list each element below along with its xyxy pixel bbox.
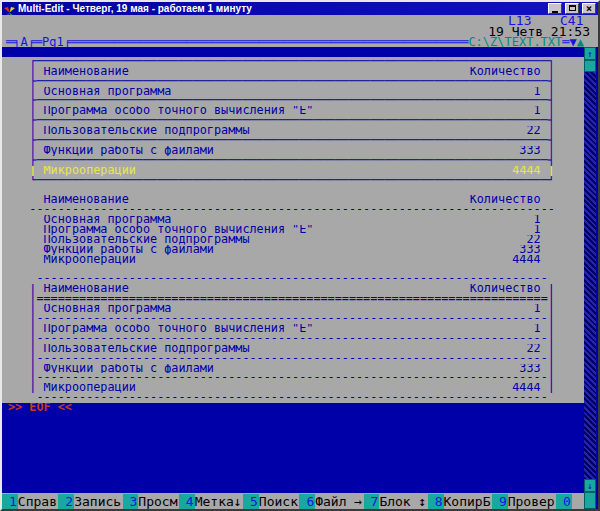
editor-line: ┌───────────────────────────────────────… <box>2 57 586 67</box>
editor-main: ┌───────────────────────────────────────… <box>2 47 598 509</box>
fkey-number: 8 <box>428 494 444 509</box>
editor-line: |---------------------------------------… <box>2 373 586 383</box>
tab-line[interactable]: ═╕A╒═Pg1╒═══════════════════════════════… <box>2 37 598 47</box>
fkey-number: 7 <box>364 494 380 509</box>
editor-line <box>2 47 586 57</box>
editor-line: ├───────────────────────────────────────… <box>2 96 586 106</box>
editor-line <box>2 265 586 275</box>
fkey-number: 4 <box>179 494 195 509</box>
fkey-2-button[interactable]: 2Запись <box>58 494 121 509</box>
editor-area[interactable]: ┌───────────────────────────────────────… <box>2 47 586 493</box>
close-button[interactable]: × <box>582 3 596 14</box>
editor-line: │ Микрооперации _ 4444 │ <box>2 166 586 176</box>
fkey-label: КопирБ <box>444 494 491 509</box>
fkey-label: Просм <box>138 494 177 509</box>
editor-line: Микрооперации 4444 <box>2 255 586 265</box>
fkey-0-button[interactable]: 0 <box>556 494 572 509</box>
editor-line: ├───────────────────────────────────────… <box>2 156 586 166</box>
fkey-1-button[interactable]: 1Справ <box>2 494 57 509</box>
fkey-number: 6 <box>299 494 315 509</box>
tab-scroll-down-icon[interactable]: ═▼ <box>562 37 576 47</box>
clock-display: 19 Четв 21:53 <box>488 26 590 37</box>
editor-line: |=======================================… <box>2 294 586 304</box>
fkey-number: 9 <box>492 494 508 509</box>
fkey-number: 5 <box>243 494 259 509</box>
fkey-5-button[interactable]: 5Поиск <box>243 494 298 509</box>
scrollbar-track[interactable] <box>584 72 596 479</box>
editor-line: ├───────────────────────────────────────… <box>2 116 586 126</box>
fkey-3-button[interactable]: 3Просм <box>123 494 178 509</box>
editor-line: |---------------------------------------… <box>2 334 586 344</box>
fkey-label: Поиск <box>259 494 298 509</box>
editor-line: ├───────────────────────────────────────… <box>2 77 586 87</box>
editor-line: │ Наименование Количество │ <box>2 67 586 77</box>
scroll-down-icon[interactable]: ↓ <box>584 479 596 492</box>
scrollbar-thumb[interactable] <box>584 60 596 72</box>
fkey-number: 2 <box>58 494 74 509</box>
editor-line: Пользовательские подпрограммы 22 <box>2 235 586 245</box>
editor-line: Наименование Количество <box>2 195 586 205</box>
function-key-bar: 1Справ2Запись3Просм4Метка↓5Поиск6Файл →7… <box>2 493 586 509</box>
editor-line: >> EOF << <box>2 403 586 413</box>
fkey-8-button[interactable]: 8КопирБ <box>428 494 491 509</box>
fkey-7-button[interactable]: 7Блок ↕ <box>364 494 427 509</box>
fkey-label: Метка↓ <box>195 494 242 509</box>
editor-line: └───────────────────────────────────────… <box>2 176 586 186</box>
editor-line: | Наименование Количество | <box>2 284 586 294</box>
fkey-6-button[interactable]: 6Файл → <box>299 494 362 509</box>
editor-lines: ┌───────────────────────────────────────… <box>2 47 586 413</box>
window-title: Multi-Edit - Четверг, 19 мая - работаем … <box>18 2 545 15</box>
fkey-label: Провер <box>508 494 555 509</box>
editor-line: │ Пользовательские подпрограммы 22 │ <box>2 126 586 136</box>
editor-line: | Основная программа 1 | <box>2 304 586 314</box>
fkey-label: Блок ↕ <box>379 494 426 509</box>
editor-line: ----------------------------------------… <box>2 393 586 403</box>
fkey-label: Справ <box>18 494 57 509</box>
vertical-scrollbar[interactable]: ↑ ↓ <box>584 47 596 509</box>
editor-line: ----------------------------------------… <box>2 274 586 284</box>
scrollbar-foot <box>584 492 596 509</box>
editor-line: Программа особо точного вычисления "Е" 1 <box>2 225 586 235</box>
fkey-number: 3 <box>123 494 139 509</box>
app-icon <box>4 3 15 14</box>
editor-line: ----------------------------------------… <box>2 205 586 215</box>
editor-line: ├───────────────────────────────────────… <box>2 136 586 146</box>
editor-line: |---------------------------------------… <box>2 314 586 324</box>
editor-line: | Программа особо точного вычисления "Е"… <box>2 324 586 334</box>
fkey-9-button[interactable]: 9Провер <box>492 494 555 509</box>
editor-line: | Пользовательские подпрограммы 22 | <box>2 344 586 354</box>
editor-line <box>2 185 586 195</box>
editor-line: │ Основная программа 1 │ <box>2 87 586 97</box>
editor-line: │ Программа особо точного вычисления "Е"… <box>2 106 586 116</box>
editor-line: Основная программа 1 <box>2 215 586 225</box>
editor-line: |---------------------------------------… <box>2 354 586 364</box>
editor-line: │ Функции работы с файлами 333 │ <box>2 146 586 156</box>
scroll-up-icon[interactable]: ↑ <box>584 47 596 60</box>
editor-line: Функции работы с файлами 333 <box>2 245 586 255</box>
text-cursor: _ <box>292 166 299 176</box>
multi-edit-window: Multi-Edit - Четверг, 19 мая - работаем … <box>0 0 600 511</box>
fkey-label: Файл → <box>315 494 362 509</box>
file-path: C:\Z\TEXT.TXT <box>468 37 562 47</box>
fkey-number: 0 <box>556 494 572 509</box>
menu-bar: ▼ File Edit Block Search Goto tOols User… <box>2 26 598 37</box>
tab-scroll-up-icon[interactable]: ▲ <box>577 37 584 47</box>
tab-border: ═╕A╒═Pg1╒═══════════════════════════════… <box>6 37 468 47</box>
editor-line: | Функции работы с файлами 333 | <box>2 364 586 374</box>
fkey-number: 1 <box>2 494 18 509</box>
fkey-label: Запись <box>74 494 121 509</box>
fkey-4-button[interactable]: 4Метка↓ <box>179 494 242 509</box>
editor-line: | Микрооперации 4444 | <box>2 383 586 393</box>
